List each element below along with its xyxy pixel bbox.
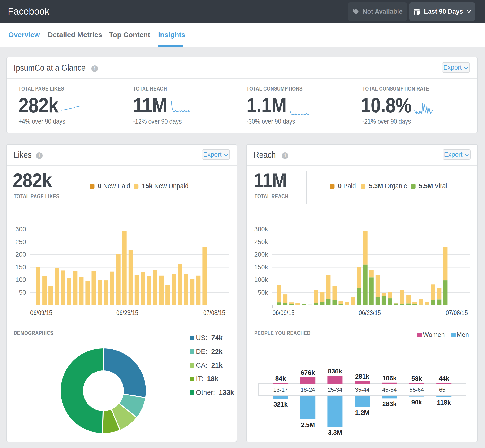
svg-text:1.2M: 1.2M — [355, 409, 369, 416]
svg-text:200k: 200k — [254, 251, 268, 258]
svg-text:18-24: 18-24 — [301, 386, 315, 393]
svg-text:283k: 283k — [383, 400, 397, 408]
svg-text:65+: 65+ — [439, 386, 449, 393]
svg-text:44k: 44k — [439, 375, 450, 382]
svg-text:2.5M: 2.5M — [301, 422, 315, 429]
svg-text:106k: 106k — [383, 375, 397, 382]
svg-text:06/09/15: 06/09/15 — [273, 309, 295, 317]
svg-text:300k: 300k — [254, 227, 268, 233]
svg-text:150k: 150k — [254, 264, 268, 271]
svg-text:250: 250 — [15, 239, 26, 246]
svg-text:250k: 250k — [254, 239, 268, 246]
svg-text:07/08/15: 07/08/15 — [203, 309, 225, 317]
svg-text:118k: 118k — [437, 399, 451, 406]
svg-text:281k: 281k — [355, 373, 370, 380]
svg-text:100: 100 — [15, 276, 26, 283]
svg-text:06/23/15: 06/23/15 — [116, 309, 138, 317]
svg-text:100k: 100k — [254, 276, 268, 283]
svg-text:84k: 84k — [275, 375, 286, 382]
svg-text:50: 50 — [19, 289, 26, 296]
svg-text:836k: 836k — [328, 368, 342, 375]
svg-text:55-64: 55-64 — [409, 386, 424, 393]
svg-text:58k: 58k — [411, 375, 422, 382]
svg-text:3.3M: 3.3M — [328, 429, 342, 436]
svg-text:06/09/15: 06/09/15 — [30, 309, 52, 317]
svg-text:07/08/15: 07/08/15 — [446, 309, 468, 317]
svg-text:25-34: 25-34 — [328, 386, 342, 393]
svg-text:45-54: 45-54 — [382, 386, 397, 393]
svg-text:35-44: 35-44 — [355, 386, 369, 393]
svg-text:13-17: 13-17 — [273, 386, 288, 393]
svg-text:200: 200 — [15, 251, 26, 258]
svg-text:06/23/15: 06/23/15 — [359, 309, 381, 317]
svg-text:150: 150 — [15, 264, 26, 271]
svg-text:676k: 676k — [301, 369, 315, 376]
svg-text:300: 300 — [15, 227, 26, 233]
svg-text:90k: 90k — [411, 399, 422, 406]
svg-text:321k: 321k — [274, 401, 288, 408]
svg-text:50k: 50k — [258, 289, 268, 296]
